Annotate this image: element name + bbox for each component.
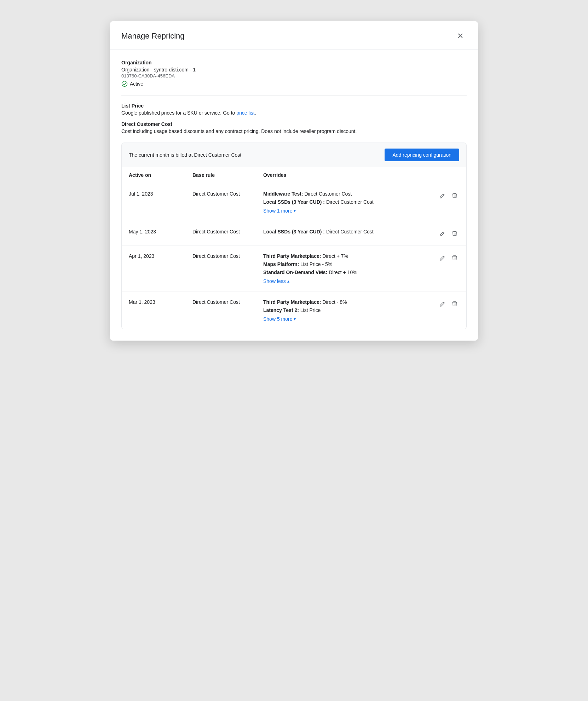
- delete-button[interactable]: [450, 299, 459, 308]
- modal-body: Organization Organization - syntro-disti…: [110, 50, 478, 341]
- override-rest: Direct Customer Cost: [325, 199, 374, 205]
- active-check-icon: [121, 81, 128, 87]
- col-header-base-rule: Base rule: [192, 172, 263, 178]
- override-rest: Direct + 7%: [321, 253, 348, 259]
- override-rest: Direct - 8%: [321, 299, 347, 305]
- row-base-rule: Direct Customer Cost: [192, 190, 263, 197]
- override-bold: Third Party Marketplace:: [263, 253, 321, 259]
- row-base-rule: Direct Customer Cost: [192, 228, 263, 234]
- row-base-rule: Direct Customer Cost: [192, 253, 263, 259]
- override-rest: Direct Customer Cost: [303, 191, 352, 197]
- organization-name: Organization - syntro-disti.com - 1: [121, 67, 467, 73]
- list-price-label: List Price: [121, 103, 467, 109]
- override-bold: Standard On-Demand VMs:: [263, 270, 327, 275]
- organization-label: Organization: [121, 60, 467, 65]
- override-item: Standard On-Demand VMs: Direct + 10%: [263, 269, 431, 276]
- pencil-icon: [439, 301, 446, 307]
- direct-customer-cost-description: Cost including usage based discounts and…: [121, 128, 467, 134]
- row-date: Jul 1, 2023: [129, 190, 192, 197]
- show-more-button[interactable]: Show 1 more ▾: [263, 208, 296, 214]
- modal-title: Manage Repricing: [121, 31, 185, 41]
- override-bold: Maps Platform:: [263, 261, 299, 267]
- list-price-desc-text: Google published prices for a SKU or ser…: [121, 110, 236, 116]
- direct-customer-cost-section: Direct Customer Cost Cost including usag…: [121, 121, 467, 134]
- delete-button[interactable]: [450, 253, 459, 262]
- override-item: Maps Platform: List Price - 5%: [263, 261, 431, 268]
- billing-notice-text: The current month is billed at Direct Cu…: [129, 152, 241, 158]
- organization-status: Active: [121, 81, 467, 87]
- row-actions: [431, 299, 459, 308]
- override-item: Local SSDs (3 Year CUD) : Direct Custome…: [263, 198, 431, 206]
- row-overrides: Middleware Test: Direct Customer Cost Lo…: [263, 190, 431, 214]
- list-price-section: List Price Google published prices for a…: [121, 103, 467, 116]
- col-header-overrides: Overrides: [263, 172, 431, 178]
- col-header-actions: [431, 172, 459, 178]
- pencil-icon: [439, 230, 446, 237]
- table-row: May 1, 2023 Direct Customer Cost Local S…: [122, 221, 466, 245]
- override-rest: Direct + 10%: [327, 270, 357, 275]
- delete-button[interactable]: [450, 229, 459, 238]
- show-5-more-button[interactable]: Show 5 more ▾: [263, 316, 296, 322]
- organization-id: 013760-CA30DA-456EDA: [121, 73, 467, 79]
- manage-repricing-modal: Manage Repricing ✕ Organization Organiza…: [110, 21, 478, 341]
- direct-customer-cost-label: Direct Customer Cost: [121, 121, 467, 127]
- table-row: Jul 1, 2023 Direct Customer Cost Middlew…: [122, 183, 466, 221]
- close-button[interactable]: ✕: [454, 30, 467, 42]
- override-bold: Latency Test 2:: [263, 307, 299, 313]
- pencil-icon: [439, 192, 446, 199]
- price-list-link[interactable]: price list: [236, 110, 254, 116]
- table-row: Apr 1, 2023 Direct Customer Cost Third P…: [122, 245, 466, 291]
- override-bold: Middleware Test:: [263, 191, 303, 197]
- override-rest: Direct Customer Cost: [325, 229, 374, 234]
- chevron-down-icon: ▾: [294, 317, 296, 321]
- trash-icon: [451, 192, 458, 199]
- row-actions: [431, 253, 459, 262]
- override-rest: List Price: [299, 307, 321, 313]
- override-item: Latency Test 2: List Price: [263, 307, 431, 314]
- show-5-more-label: Show 5 more: [263, 316, 292, 322]
- add-repricing-config-button[interactable]: Add repricing configuration: [385, 149, 459, 161]
- edit-button[interactable]: [438, 191, 447, 200]
- table-row: Mar 1, 2023 Direct Customer Cost Third P…: [122, 291, 466, 329]
- override-item: Middleware Test: Direct Customer Cost: [263, 190, 431, 198]
- row-overrides: Third Party Marketplace: Direct + 7% Map…: [263, 253, 431, 284]
- divider-1: [121, 95, 467, 96]
- trash-icon: [451, 230, 458, 237]
- override-rest: List Price - 5%: [299, 261, 332, 267]
- override-bold: Local SSDs (3 Year CUD) :: [263, 229, 325, 234]
- row-overrides: Third Party Marketplace: Direct - 8% Lat…: [263, 299, 431, 322]
- col-header-active-on: Active on: [129, 172, 192, 178]
- override-bold: Local SSDs (3 Year CUD) :: [263, 199, 325, 205]
- table-header: Active on Base rule Overrides: [122, 167, 466, 183]
- list-price-description: Google published prices for a SKU or ser…: [121, 110, 467, 116]
- show-less-button[interactable]: Show less ▴: [263, 278, 289, 284]
- edit-button[interactable]: [438, 253, 447, 262]
- chevron-up-icon: ▴: [287, 279, 289, 284]
- row-date: Apr 1, 2023: [129, 253, 192, 259]
- organization-section: Organization Organization - syntro-disti…: [121, 60, 467, 87]
- repricing-table: Active on Base rule Overrides Jul 1, 202…: [121, 167, 467, 329]
- row-overrides: Local SSDs (3 Year CUD) : Direct Custome…: [263, 228, 431, 236]
- show-less-label: Show less: [263, 278, 286, 284]
- override-item: Third Party Marketplace: Direct + 7%: [263, 253, 431, 260]
- modal-header: Manage Repricing ✕: [110, 21, 478, 50]
- trash-icon: [451, 255, 458, 261]
- svg-point-0: [122, 81, 127, 87]
- edit-button[interactable]: [438, 299, 447, 308]
- status-text: Active: [130, 81, 143, 87]
- edit-button[interactable]: [438, 229, 447, 238]
- chevron-down-icon: ▾: [294, 208, 296, 213]
- row-date: Mar 1, 2023: [129, 299, 192, 305]
- override-bold: Third Party Marketplace:: [263, 299, 321, 305]
- delete-button[interactable]: [450, 191, 459, 200]
- show-more-label: Show 1 more: [263, 208, 292, 214]
- row-actions: [431, 228, 459, 238]
- override-item: Third Party Marketplace: Direct - 8%: [263, 299, 431, 306]
- row-date: May 1, 2023: [129, 228, 192, 234]
- override-item: Local SSDs (3 Year CUD) : Direct Custome…: [263, 228, 431, 236]
- billing-notice-row: The current month is billed at Direct Cu…: [121, 143, 467, 167]
- list-price-suffix: .: [255, 110, 256, 116]
- row-base-rule: Direct Customer Cost: [192, 299, 263, 305]
- trash-icon: [451, 301, 458, 307]
- row-actions: [431, 190, 459, 200]
